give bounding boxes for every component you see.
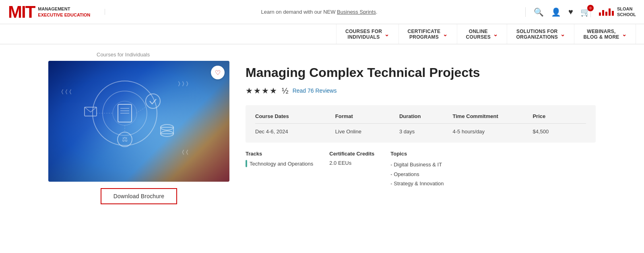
sloan-logo: SLOAN SCHOOL — [590, 6, 636, 17]
track-badge: Technology and Operations — [246, 160, 313, 167]
track-name: Technology and Operations — [250, 161, 313, 167]
nav-item-certificate-programs[interactable]: CERTIFICATEPROGRAMS ⌄ — [399, 24, 457, 44]
credits-label: Certificate Credits — [329, 151, 374, 157]
announcement-bar: Learn on demand with our NEW Business Sp… — [105, 9, 525, 15]
topic-item: Digital Business & IT — [390, 160, 444, 169]
rating-row: ★★★★½ Read 76 Reviews — [246, 86, 596, 95]
nav-item-solutions-organizations[interactable]: SOLUTIONS FORORGANIZATIONS ⌄ — [507, 24, 574, 44]
breadcrumb: Courses for Individuals — [0, 44, 644, 61]
sloan-bars-icon — [599, 8, 614, 16]
chevron-down-icon: ⌄ — [384, 31, 389, 37]
bottom-details: Tracks Technology and Operations Certifi… — [246, 151, 596, 188]
nav-label-certificate-programs: CERTIFICATEPROGRAMS — [408, 29, 441, 40]
user-icon[interactable]: 👤 — [551, 7, 561, 17]
topic-item: Strategy & Innovation — [390, 179, 444, 188]
nav-item-courses-individuals[interactable]: COURSES FORINDIVIDUALS ⌄ — [336, 24, 399, 44]
topics-label: Topics — [390, 151, 444, 157]
logo-area: MIT MANAGEMENT EXECUTIVE EDUCATION — [8, 4, 105, 21]
svg-text:⚖: ⚖ — [122, 136, 128, 143]
chevron-down-icon: ⌄ — [560, 31, 565, 37]
star-rating-full: ★★★★ — [246, 86, 278, 95]
nav-label-online-courses: ONLINECOURSES — [466, 29, 491, 40]
nav-label-courses-individuals: COURSES FORINDIVIDUALS — [345, 29, 382, 40]
tracks-section: Tracks Technology and Operations — [246, 151, 313, 188]
header-format: Format — [335, 113, 399, 119]
header-course-dates: Course Dates — [255, 113, 335, 119]
main-content: ⚖ ❬❬❬ ❭❭❭ ❬❬ ♡ Download Brochure Managin… — [0, 61, 644, 216]
cell-format: Live Online — [335, 129, 399, 135]
svg-text:❬❬: ❬❬ — [181, 149, 189, 155]
announcement-link[interactable]: Business Sprints — [337, 9, 376, 15]
header-duration: Duration — [399, 113, 453, 119]
chevron-down-icon: ⌄ — [493, 31, 498, 37]
search-icon[interactable]: 🔍 — [534, 7, 544, 17]
mit-logo: MIT — [8, 4, 35, 21]
nav-label-solutions-organizations: SOLUTIONS FORORGANIZATIONS — [516, 29, 558, 40]
table-data-row: Dec 4-6, 2024 Live Online 3 days 4-5 hou… — [255, 129, 586, 135]
download-brochure-button[interactable]: Download Brochure — [101, 188, 177, 204]
cart-badge: 0 — [587, 5, 594, 11]
nav-item-webinars-blog[interactable]: WEBINARS,BLOG & MORE ⌄ — [574, 24, 636, 44]
topic-item: Operations — [390, 170, 444, 179]
nav-bar: COURSES FORINDIVIDUALS ⌄ CERTIFICATEPROG… — [0, 24, 644, 44]
left-panel: ⚖ ❬❬❬ ❭❭❭ ❬❬ ♡ Download Brochure — [48, 61, 229, 204]
nav-label-webinars-blog: WEBINARS,BLOG & MORE — [583, 29, 619, 40]
course-image: ⚖ ❬❬❬ ❭❭❭ ❬❬ ♡ — [48, 61, 229, 182]
cell-price: $4,500 — [533, 129, 586, 135]
course-details-table: Course Dates Format Duration Time Commit… — [246, 105, 596, 143]
breadcrumb-link[interactable]: Courses for Individuals — [97, 52, 150, 58]
chevron-down-icon: ⌄ — [443, 31, 448, 37]
nav-item-online-courses[interactable]: ONLINECOURSES ⌄ — [457, 24, 508, 44]
tracks-label: Tracks — [246, 151, 313, 157]
credits-value: 2.0 EEUs — [329, 160, 374, 166]
topics-section: Topics Digital Business & IT Operations … — [390, 151, 444, 188]
right-panel: Managing Complex Technical Projects ★★★★… — [246, 61, 596, 189]
svg-text:❬❬❬: ❬❬❬ — [60, 89, 72, 94]
top-icons: 🔍 👤 ♥ 🛒 0 — [525, 7, 590, 17]
chevron-down-icon: ⌄ — [622, 31, 627, 37]
reviews-link[interactable]: Read 76 Reviews — [293, 87, 337, 94]
topics-list: Digital Business & IT Operations Strateg… — [390, 160, 444, 188]
credits-section: Certificate Credits 2.0 EEUs — [329, 151, 374, 188]
course-image-svg: ⚖ ❬❬❬ ❭❭❭ ❬❬ — [48, 61, 201, 166]
cell-time-commitment: 4-5 hours/day — [453, 129, 533, 135]
logo-text: MANAGEMENT EXECUTIVE EDUCATION — [38, 6, 90, 18]
svg-line-15 — [136, 107, 146, 113]
sloan-text: SLOAN SCHOOL — [617, 6, 636, 17]
top-bar: MIT MANAGEMENT EXECUTIVE EDUCATION Learn… — [0, 0, 644, 24]
track-color-bar — [246, 160, 247, 167]
header-time-commitment: Time Commitment — [453, 113, 533, 119]
star-rating-half: ½ — [282, 86, 289, 95]
cell-course-dates: Dec 4-6, 2024 — [255, 129, 335, 135]
course-title: Managing Complex Technical Projects — [246, 65, 596, 80]
cell-duration: 3 days — [399, 129, 453, 135]
svg-point-7 — [146, 94, 160, 108]
wishlist-icon[interactable]: ♥ — [568, 7, 573, 17]
cart-icon[interactable]: 🛒 0 — [580, 7, 590, 17]
svg-text:❭❭❭: ❭❭❭ — [177, 81, 189, 86]
table-header-row: Course Dates Format Duration Time Commit… — [255, 113, 586, 124]
wishlist-button[interactable]: ♡ — [211, 66, 225, 79]
header-price: Price — [533, 113, 586, 119]
